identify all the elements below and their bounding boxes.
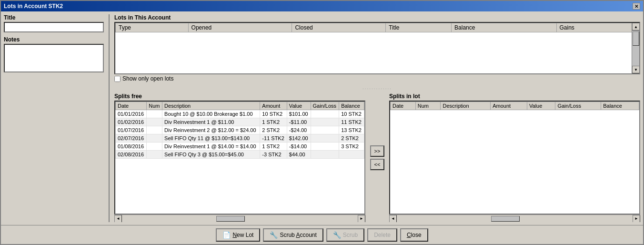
table-cell: -$14.00 — [287, 143, 311, 151]
table-cell: 10 STK2 — [339, 110, 364, 118]
sf-col-value: Value — [287, 102, 311, 110]
title-label: Title — [4, 14, 104, 21]
table-row[interactable]: 01/08/2016Div Reinvestment 1 @ $14.00 = … — [116, 143, 364, 151]
title-bar: Lots in Account STK2 ✕ — [1, 1, 643, 11]
table-cell: 11 STK2 — [339, 118, 364, 126]
move-backward-button[interactable]: << — [370, 159, 384, 170]
table-cell — [147, 110, 162, 118]
table-cell: Div Reinvestment 2 @ $12.00 = $24.00 — [162, 126, 260, 134]
table-row[interactable]: 02/08/2016Sell FIFO Qty 3 @ $15.00=$45.0… — [116, 151, 364, 159]
lots-scrollbar: ▲ ▼ — [632, 23, 639, 73]
sil-h-left-btn[interactable]: ◄ — [389, 215, 397, 223]
window-close-button[interactable]: ✕ — [633, 3, 640, 10]
lots-scroll-thumb[interactable] — [633, 31, 639, 46]
new-lot-icon: 📄 — [222, 231, 231, 239]
splits-free-h-scrollbar: ◄ ► — [114, 214, 365, 222]
splits-in-lot-section: Splits in lot Date Num Description Amoun… — [389, 93, 640, 222]
notes-label: Notes — [4, 36, 104, 43]
lots-col-opened: Opened — [188, 23, 292, 32]
sf-h-left-btn[interactable]: ◄ — [114, 215, 122, 223]
table-cell: 3 STK2 — [339, 143, 364, 151]
left-panel: Title Notes — [4, 14, 104, 222]
lots-table-wrapper: Type Opened Closed Title Balance Gains — [114, 22, 640, 74]
lots-scroll-down-btn[interactable]: ▼ — [632, 66, 640, 73]
table-row[interactable]: 01/01/2016Bought 10 @ $10.00 Brokerage $… — [116, 110, 364, 118]
sil-col-amount: Amount — [491, 102, 527, 110]
lots-section: Lots in This Account Type Opened Closed … — [114, 14, 640, 82]
table-cell: 01/08/2016 — [116, 143, 147, 151]
sil-col-num: Num — [415, 102, 441, 110]
sil-h-thumb[interactable] — [491, 216, 520, 222]
table-cell: 13 STK2 — [339, 126, 364, 134]
sil-h-right-btn[interactable]: ► — [633, 215, 640, 223]
table-cell — [339, 151, 364, 159]
bottom-bar: 📄 New Lot 🔧 Scrub Account 🔧 Scrub Delete… — [1, 225, 643, 244]
sil-col-desc: Description — [441, 102, 491, 110]
scrub-account-label: Scrub Account — [280, 232, 316, 238]
scrub-button[interactable]: 🔧 Scrub — [326, 228, 364, 242]
scrub-icon: 🔧 — [333, 231, 341, 239]
table-cell: -$11.00 — [287, 118, 311, 126]
table-cell: Div Reinvestment 1 @ $11.00 — [162, 118, 260, 126]
table-cell: $142.00 — [287, 134, 311, 143]
table-row[interactable]: 01/07/2016Div Reinvestment 2 @ $12.00 = … — [116, 126, 364, 134]
lots-col-closed: Closed — [292, 23, 386, 32]
lots-col-title: Title — [386, 23, 452, 32]
table-cell: -3 STK2 — [260, 151, 287, 159]
lots-table-container: Type Opened Closed Title Balance Gains — [114, 22, 640, 74]
show-open-lots-checkbox[interactable] — [114, 76, 121, 82]
table-cell — [311, 118, 339, 126]
main-window: Lots in Account STK2 ✕ Title Notes Lots … — [0, 0, 644, 245]
splits-in-lot-table: Date Num Description Amount Value Gain/L… — [390, 102, 639, 110]
table-cell: Sell FIFO Qty 3 @ $15.00=$45.00 — [162, 151, 260, 159]
table-cell — [311, 143, 339, 151]
splits-in-lot-table-container: Date Num Description Amount Value Gain/L… — [389, 101, 640, 214]
table-cell — [147, 151, 162, 159]
sil-col-value: Value — [527, 102, 555, 110]
lots-scroll-up-btn[interactable]: ▲ — [632, 23, 640, 31]
lots-scroll-track — [632, 31, 639, 66]
table-cell: $101.00 — [287, 110, 311, 118]
new-lot-button[interactable]: 📄 New Lot — [216, 228, 260, 242]
table-row[interactable]: 01/02/2016Div Reinvestment 1 @ $11.001 S… — [116, 118, 364, 126]
move-forward-button[interactable]: >> — [370, 145, 384, 157]
splits-free-label: Splits free — [114, 93, 365, 100]
close-label: Close — [407, 232, 422, 238]
scrub-account-button[interactable]: 🔧 Scrub Account — [263, 228, 323, 242]
close-button[interactable]: Close — [400, 228, 428, 242]
sf-h-track — [122, 215, 358, 222]
table-cell: Sell FIFO Qty 11 @ $13.00=$143.00 — [162, 134, 260, 143]
table-cell — [147, 126, 162, 134]
table-cell: 10 STK2 — [260, 110, 287, 118]
lots-section-label: Lots in This Account — [114, 14, 640, 21]
table-cell: -$24.00 — [287, 126, 311, 134]
delete-button[interactable]: Delete — [367, 228, 397, 242]
table-cell: 01/07/2016 — [116, 126, 147, 134]
notes-input[interactable] — [4, 44, 104, 72]
table-cell: 01/01/2016 — [116, 110, 147, 118]
show-open-lots-label: Show only open lots — [122, 75, 173, 82]
table-cell — [311, 151, 339, 159]
sf-col-amount: Amount — [260, 102, 287, 110]
table-cell — [311, 126, 339, 134]
show-open-lots-row: Show only open lots — [114, 75, 640, 82]
splits-free-section: Splits free Date Num Description Amount … — [114, 93, 365, 222]
delete-label: Delete — [374, 232, 391, 238]
splits-in-lot-label: Splits in lot — [389, 93, 640, 100]
table-cell — [311, 110, 339, 118]
splits-in-lot-h-scrollbar: ◄ ► — [389, 214, 640, 222]
sf-col-num: Num — [147, 102, 162, 110]
table-cell: $44.00 — [287, 151, 311, 159]
table-cell — [147, 134, 162, 143]
scrub-account-icon: 🔧 — [270, 231, 278, 239]
sf-col-desc: Description — [162, 102, 260, 110]
title-input[interactable] — [4, 22, 104, 32]
sf-h-right-btn[interactable]: ► — [358, 215, 365, 223]
sil-col-balance: Balance — [601, 102, 639, 110]
table-row[interactable]: 02/07/2016Sell FIFO Qty 11 @ $13.00=$143… — [116, 134, 364, 143]
table-cell: 2 STK2 — [339, 134, 364, 143]
table-cell: 1 STK2 — [260, 143, 287, 151]
table-cell: 01/02/2016 — [116, 118, 147, 126]
new-lot-label: New Lot — [232, 232, 253, 238]
sf-h-thumb[interactable] — [216, 216, 245, 222]
